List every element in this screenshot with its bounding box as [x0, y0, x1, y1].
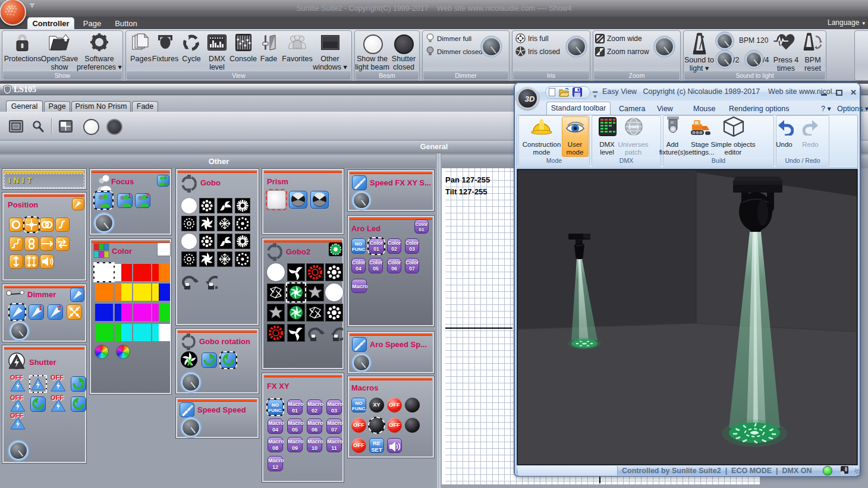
- svg-text:DMX: DMX: [628, 124, 639, 130]
